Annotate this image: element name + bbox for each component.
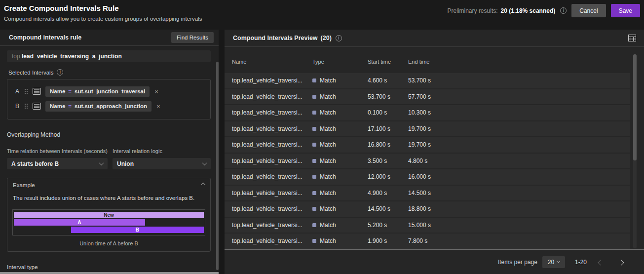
drag-handle-icon[interactable] bbox=[25, 89, 28, 94]
selected-intervals-label: Selected Intervals bbox=[8, 70, 53, 76]
preview-info-icon[interactable] bbox=[336, 35, 342, 41]
chip-remove-icon[interactable] bbox=[156, 103, 160, 110]
column-header-end[interactable]: End time bbox=[408, 59, 630, 65]
selected-intervals-box: A Name = sut.sut_junction_traversa bbox=[7, 79, 211, 119]
row-type: Match bbox=[312, 125, 368, 132]
preview-scrollbar-thumb[interactable] bbox=[633, 54, 637, 160]
interval-filter-chip[interactable]: Name = sut.sut_junction_traversal bbox=[45, 86, 150, 97]
interval-filter-chip[interactable]: Name = sut.sut_approach_junction bbox=[45, 101, 152, 112]
relation-logic-select[interactable]: Union bbox=[113, 158, 211, 169]
save-button[interactable]: Save bbox=[611, 4, 640, 17]
rule-panel-header: Compound intervals rule Find Results bbox=[0, 30, 219, 46]
match-type-icon bbox=[312, 191, 316, 195]
drag-handle-icon[interactable] bbox=[25, 104, 28, 109]
column-header-name[interactable]: Name bbox=[232, 59, 312, 65]
table-row[interactable]: top.lead_vehicle_traversi... Match 4.600… bbox=[225, 73, 630, 88]
items-per-page-select[interactable]: 20 bbox=[542, 256, 565, 268]
header-actions: Preliminary results: 20 (1.18% scanned) … bbox=[448, 4, 640, 17]
previous-page-button[interactable] bbox=[599, 258, 603, 267]
preliminary-results-value: 20 (1.18% scanned) bbox=[501, 7, 556, 14]
chevron-down-icon bbox=[202, 160, 207, 165]
rule-panel: Compound intervals rule Find Results top… bbox=[0, 30, 219, 274]
row-type: Match bbox=[312, 237, 368, 244]
rule-panel-horizontal-scrollbar[interactable] bbox=[0, 272, 219, 274]
table-row[interactable]: top.lead_vehicle_traversi... Match 17.10… bbox=[225, 121, 630, 137]
interval-list-icon[interactable] bbox=[33, 88, 41, 95]
preview-panel: Compound Intervals Preview (20) Name Typ… bbox=[225, 30, 644, 274]
chip-operator: = bbox=[68, 103, 72, 109]
next-page-button[interactable] bbox=[619, 258, 623, 267]
find-results-button[interactable]: Find Results bbox=[171, 32, 214, 43]
chip-remove-icon[interactable] bbox=[154, 88, 158, 95]
row-start-time: 17.100 s bbox=[368, 125, 408, 132]
table-row[interactable]: top.lead_vehicle_traversi... Match 16.80… bbox=[225, 137, 630, 153]
interval-row: A Name = sut.sut_junction_traversa bbox=[7, 84, 210, 99]
row-start-time: 0.100 s bbox=[368, 109, 408, 116]
row-name: top.lead_vehicle_traversi... bbox=[232, 205, 312, 212]
row-start-time: 53.700 s bbox=[368, 93, 408, 100]
page-range-label: 1-20 bbox=[575, 259, 587, 266]
row-end-time: 57.700 s bbox=[408, 93, 630, 100]
row-type: Match bbox=[312, 77, 368, 84]
example-caption: Union time of A before B bbox=[7, 239, 210, 251]
time-relation-label: Time relation between Intervals (seconds… bbox=[7, 148, 108, 154]
items-per-page-label: Items per page bbox=[498, 259, 537, 266]
example-bar-new: New bbox=[14, 212, 204, 218]
row-type-label: Match bbox=[320, 190, 336, 196]
row-end-time: 15.000 s bbox=[408, 222, 630, 229]
example-box: Example The result includes union of cas… bbox=[7, 178, 211, 252]
row-type: Match bbox=[312, 173, 368, 180]
row-name: top.lead_vehicle_traversi... bbox=[232, 173, 312, 180]
selected-intervals-info-icon[interactable] bbox=[57, 69, 63, 76]
example-header[interactable]: Example bbox=[7, 178, 210, 192]
example-bars: NewAB bbox=[12, 209, 205, 235]
table-row[interactable]: top.lead_vehicle_traversi... Match 12.00… bbox=[225, 169, 630, 185]
time-relation-value: A starts before B bbox=[11, 160, 59, 167]
table-row[interactable]: top.lead_vehicle_traversi... Match 5.200… bbox=[225, 218, 630, 233]
row-type: Match bbox=[312, 141, 368, 148]
table-row[interactable]: top.lead_vehicle_traversi... Match 53.70… bbox=[225, 89, 630, 105]
chevron-down-icon bbox=[99, 160, 104, 165]
rule-panel-vertical-scrollbar[interactable] bbox=[216, 62, 219, 270]
row-type: Match bbox=[312, 190, 368, 196]
example-bar-b: B bbox=[71, 227, 204, 233]
row-type-label: Match bbox=[320, 141, 336, 148]
overlapping-method-label: Overlapping Method bbox=[7, 131, 211, 138]
column-header-start[interactable]: Start time bbox=[368, 59, 408, 65]
row-start-time: 4.900 s bbox=[368, 190, 408, 196]
row-start-time: 14.500 s bbox=[368, 205, 408, 212]
interval-list-icon[interactable] bbox=[33, 103, 41, 110]
preview-scrollbar-track[interactable] bbox=[633, 54, 637, 248]
cancel-button[interactable]: Cancel bbox=[571, 4, 606, 17]
row-type-label: Match bbox=[320, 77, 336, 84]
table-row[interactable]: top.lead_vehicle_traversi... Match 4.900… bbox=[225, 186, 630, 201]
match-type-icon bbox=[312, 127, 316, 131]
preview-panel-header: Compound Intervals Preview (20) bbox=[225, 30, 644, 47]
chip-value: sut.sut_approach_junction bbox=[75, 103, 147, 109]
match-type-icon bbox=[312, 175, 316, 179]
table-row[interactable]: top.lead_vehicle_traversi... Match 3.500… bbox=[225, 154, 630, 169]
match-type-icon bbox=[312, 223, 316, 227]
table-row[interactable]: top.lead_vehicle_traversi... Match 14.50… bbox=[225, 201, 630, 217]
chip-field: Name bbox=[50, 103, 65, 109]
time-relation-select[interactable]: A starts before B bbox=[7, 158, 108, 169]
table-row[interactable]: top.lead_vehicle_traversi... Match 0.100… bbox=[225, 105, 630, 120]
chevron-down-icon bbox=[557, 260, 560, 263]
rule-name-input[interactable]: top.lead_vehicle_traversing_a_junction bbox=[7, 50, 211, 62]
match-type-icon bbox=[312, 111, 316, 115]
preliminary-results-label: Preliminary results: bbox=[448, 7, 498, 14]
match-type-icon bbox=[312, 95, 316, 99]
table-settings-icon[interactable] bbox=[628, 35, 636, 41]
example-bar-a: A bbox=[14, 219, 145, 226]
preliminary-info-icon[interactable] bbox=[560, 7, 567, 14]
page-title: Create Compound Intervals Rule bbox=[4, 4, 119, 12]
rule-panel-title: Compound intervals rule bbox=[9, 34, 81, 41]
overlapping-fields-row: Time relation between Intervals (seconds… bbox=[7, 148, 211, 169]
table-row[interactable]: top.lead_vehicle_traversi... Match 1.900… bbox=[225, 234, 630, 249]
row-start-time: 1.900 s bbox=[368, 237, 408, 244]
interval-row: B Name = sut.sut_approach_junction bbox=[7, 99, 210, 114]
items-per-page-value: 20 bbox=[548, 259, 554, 266]
chevron-right-icon bbox=[618, 260, 624, 265]
column-header-type[interactable]: Type bbox=[312, 59, 368, 65]
page-subtitle: Compound intervals allow you to create c… bbox=[4, 16, 202, 22]
